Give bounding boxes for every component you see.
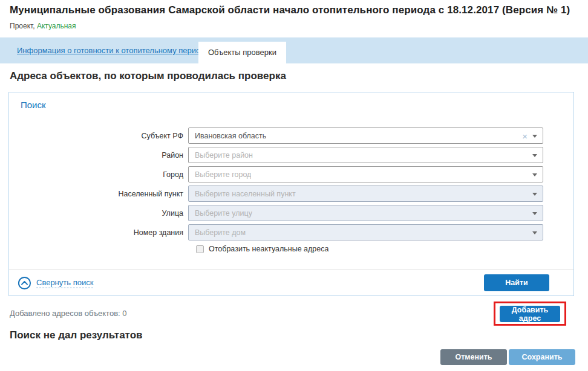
building-label: Номер здания [9, 228, 188, 237]
district-placeholder: Выберите район [195, 151, 253, 160]
street-select: Выберите улицу [188, 205, 543, 221]
page-title: Муниципальные образования Самарской обла… [10, 4, 570, 16]
save-button[interactable]: Сохранить [509, 349, 575, 365]
search-panel-footer: Свернуть поиск Найти [9, 269, 573, 295]
form-action-buttons: Отменить Сохранить [440, 349, 575, 365]
added-addresses-count: Добавлено адресов объектов: 0 [10, 309, 127, 318]
district-label: Район [9, 151, 188, 160]
form-row-city: Город Выберите город [9, 166, 573, 182]
chevron-down-icon [532, 193, 537, 196]
city-select[interactable]: Выберите город [188, 166, 543, 182]
building-placeholder: Выберите дом [195, 228, 246, 237]
section-heading: Адреса объектов, по которым проводилась … [10, 70, 286, 82]
search-panel: Поиск Субъект РФ Ивановская область × Ра… [8, 92, 574, 296]
chevron-down-icon [532, 231, 537, 234]
show-inactive-addresses-row: Отобразить неактуальные адреса [196, 245, 328, 253]
city-label: Город [9, 170, 188, 179]
no-results-message: Поиск не дал результатов [10, 329, 143, 341]
status-draft-label: Проект, [10, 22, 35, 30]
form-row-building: Номер здания Выберите дом [9, 224, 573, 240]
form-row-region: Субъект РФ Ивановская область × [9, 127, 573, 144]
chevron-up-circle-icon [18, 276, 31, 290]
region-label: Субъект РФ [9, 132, 188, 140]
region-select[interactable]: Ивановская область × [188, 127, 543, 144]
annotation-highlight: Добавить адрес [494, 302, 566, 326]
chevron-down-icon [532, 212, 537, 215]
building-select: Выберите дом [188, 224, 543, 240]
clear-icon[interactable]: × [522, 131, 528, 140]
street-placeholder: Выберите улицу [195, 209, 252, 218]
chevron-down-icon [532, 135, 537, 138]
cancel-button[interactable]: Отменить [440, 349, 507, 365]
settlement-placeholder: Выберите населенный пункт [195, 190, 296, 198]
form-row-district: Район Выберите район [9, 147, 573, 163]
chevron-down-icon [532, 154, 537, 157]
show-inactive-checkbox[interactable] [196, 245, 204, 253]
city-placeholder: Выберите город [195, 170, 251, 179]
settlement-select: Выберите населенный пункт [188, 186, 543, 202]
settlement-label: Населенный пункт [9, 190, 188, 198]
form-row-street: Улица Выберите улицу [9, 205, 573, 221]
page: Муниципальные образования Самарской обла… [0, 0, 588, 371]
form-row-settlement: Населенный пункт Выберите населенный пун… [9, 186, 573, 202]
search-form: Субъект РФ Ивановская область × Район Вы… [9, 127, 573, 244]
tab-bar: Информация о готовности к отопительному … [0, 37, 588, 63]
collapse-search-control[interactable]: Свернуть поиск [18, 276, 93, 290]
street-label: Улица [9, 209, 188, 218]
collapse-search-link[interactable]: Свернуть поиск [36, 278, 93, 288]
add-address-button[interactable]: Добавить адрес [500, 306, 560, 322]
tab-readiness-info[interactable]: Информация о готовности к отопительному … [17, 37, 209, 63]
district-select[interactable]: Выберите район [188, 147, 543, 163]
find-button[interactable]: Найти [484, 274, 549, 291]
region-value: Ивановская область [195, 132, 266, 140]
search-panel-title: Поиск [21, 100, 46, 110]
status-line: Проект, Актуальная [10, 22, 76, 30]
show-inactive-label: Отобразить неактуальные адреса [209, 245, 328, 253]
chevron-down-icon [532, 173, 537, 176]
tab-inspection-objects[interactable]: Объекты проверки [198, 42, 286, 63]
status-actual-link[interactable]: Актуальная [37, 22, 76, 30]
